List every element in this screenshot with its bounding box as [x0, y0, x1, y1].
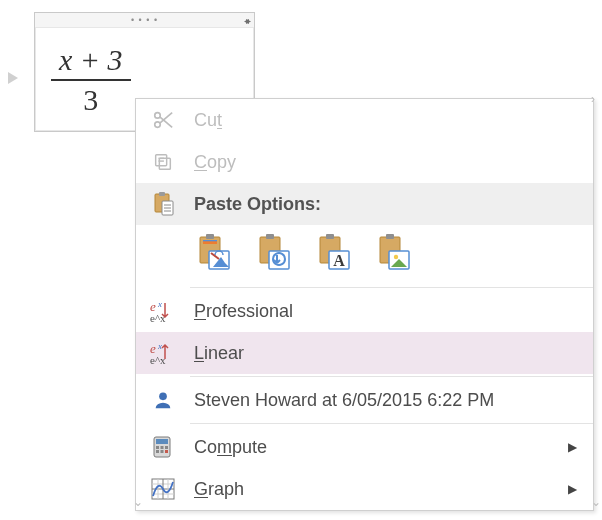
paste-text-only-button[interactable]: A: [314, 231, 356, 273]
svg-rect-27: [386, 234, 394, 239]
menu-label-compute: Compute: [194, 437, 267, 458]
menu-label-professional: Professional: [194, 301, 293, 322]
svg-rect-15: [206, 234, 214, 239]
equation-denominator[interactable]: 3: [51, 81, 131, 117]
svg-rect-43: [161, 450, 164, 453]
menu-divider: [190, 287, 593, 288]
svg-rect-23: [326, 234, 334, 239]
svg-text:e^x: e^x: [150, 354, 166, 365]
paste-picture-button[interactable]: [374, 231, 416, 273]
equation-linear-icon: e x e^x: [148, 338, 178, 368]
equation-anchor-handle[interactable]: [6, 70, 22, 86]
menu-item-author-info[interactable]: Steven Howard at 6/05/2015 6:22 PM: [136, 379, 593, 421]
svg-rect-40: [161, 446, 164, 449]
ruler-tick: ⌄: [133, 495, 143, 509]
paste-keep-source-formatting-button[interactable]: [194, 231, 236, 273]
paste-options-label: Paste Options:: [194, 194, 321, 215]
chevron-right-icon: ▶: [568, 440, 577, 454]
menu-label-cut: Cut: [194, 110, 222, 131]
menu-item-professional[interactable]: e x e^x Professional: [136, 290, 593, 332]
svg-point-36: [159, 392, 167, 400]
menu-divider: [190, 376, 593, 377]
chevron-right-icon: ▶: [568, 482, 577, 496]
menu-item-compute[interactable]: Compute ▶: [136, 426, 593, 468]
svg-point-29: [394, 255, 398, 259]
equation-move-grip[interactable]: • • • • ◂▸: [35, 13, 254, 28]
menu-label-linear: Linear: [194, 343, 244, 364]
menu-label-author: Steven Howard at 6/05/2015 6:22 PM: [194, 390, 494, 411]
svg-text:x: x: [157, 341, 162, 351]
grip-resize-arrows-icon: ◂▸: [244, 15, 248, 26]
clipboard-paste-icon: [148, 189, 178, 219]
equation-context-menu: Cut Copy Paste Options:: [135, 98, 594, 511]
menu-divider: [190, 423, 593, 424]
grip-dots-icon: • • • •: [131, 16, 158, 25]
svg-text:A: A: [333, 252, 345, 269]
svg-rect-44: [165, 450, 168, 453]
svg-rect-42: [156, 450, 159, 453]
svg-rect-17: [203, 240, 217, 241]
svg-rect-20: [266, 234, 274, 239]
ruler-tick: ›: [591, 92, 595, 106]
menu-item-graph[interactable]: Graph ▶: [136, 468, 593, 510]
graph-icon: [148, 474, 178, 504]
svg-rect-39: [156, 446, 159, 449]
equation-professional-icon: e x e^x: [148, 296, 178, 326]
menu-item-linear[interactable]: e x e^x Linear: [136, 332, 593, 374]
svg-rect-41: [165, 446, 168, 449]
equation-numerator[interactable]: x + 3: [51, 43, 131, 79]
menu-label-copy: Copy: [194, 152, 236, 173]
svg-rect-4: [159, 158, 170, 169]
svg-rect-38: [156, 439, 168, 444]
paste-options-row: A: [136, 225, 593, 285]
ruler-tick: ⌄: [591, 495, 601, 509]
svg-text:e^x: e^x: [150, 312, 166, 323]
menu-item-copy[interactable]: Copy: [136, 141, 593, 183]
paste-merge-formatting-button[interactable]: [254, 231, 296, 273]
svg-rect-5: [156, 155, 167, 166]
scissors-icon: [148, 105, 178, 135]
svg-text:x: x: [157, 299, 162, 309]
person-icon: [148, 385, 178, 415]
svg-rect-9: [159, 192, 165, 196]
menu-label-graph: Graph: [194, 479, 244, 500]
calculator-icon: [148, 432, 178, 462]
equation-fraction[interactable]: x + 3 3: [51, 43, 131, 117]
copy-icon: [148, 147, 178, 177]
menu-section-paste-options: Paste Options:: [136, 183, 593, 225]
menu-item-cut[interactable]: Cut: [136, 99, 593, 141]
